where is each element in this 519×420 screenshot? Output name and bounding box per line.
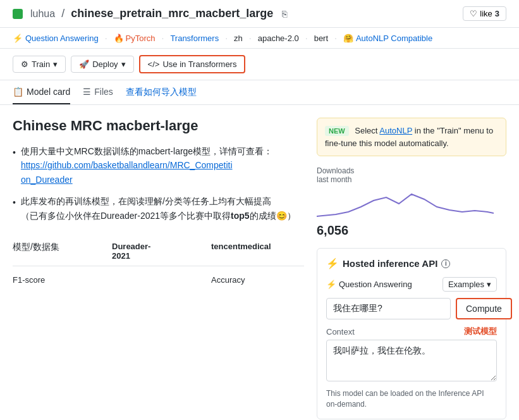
deploy-icon: 🚀 — [79, 59, 89, 69]
repo-separator: / — [61, 7, 64, 20]
bullet-text-2: 此库发布的再训练模型，在阅读理解/分类等任务上均有大幅提高 （已有多位小伙伴在D… — [21, 194, 296, 223]
inference-section: ⚡ Hosted inference API i ⚡ Question Answ… — [317, 248, 506, 419]
pytorch-label: PyTorch — [126, 34, 156, 43]
downloads-count: 6,056 — [317, 223, 506, 238]
deploy-button[interactable]: 🚀 Deploy ▾ — [71, 56, 133, 73]
test-model-label[interactable]: 测试模型 — [464, 326, 497, 337]
input-row: Compute — [326, 298, 497, 319]
heart-icon: ♡ — [470, 9, 477, 18]
nav-tabs: 📋 Model card ☰ Files 查看如何导入模型 — [0, 80, 519, 105]
context-row: Context 测试模型 — [326, 326, 497, 337]
examples-label: Examples — [448, 280, 484, 289]
table-cell-3: Accuracy — [211, 275, 304, 285]
tag-divider-1: · — [105, 33, 107, 43]
new-text-before: Select — [355, 126, 379, 135]
model-title: Chinese MRC macbert-large — [13, 118, 304, 134]
train-label: Train — [32, 59, 50, 69]
github-link[interactable]: https://github.com/basketballandlearn/MR… — [21, 160, 233, 184]
left-panel: Chinese MRC macbert-large • 使用大量中文MRC数据训… — [13, 118, 304, 419]
use-in-transformers-button[interactable]: </> Use in Transformers — [139, 55, 246, 73]
model-card-icon: 📋 — [13, 87, 23, 97]
like-count: 3 — [495, 9, 499, 18]
table-divider — [13, 266, 304, 266]
use-in-transformers-label: Use in Transformers — [162, 59, 236, 69]
task-icon-small: ⚡ — [326, 280, 336, 289]
question-input[interactable] — [326, 298, 451, 319]
inference-controls: ⚡ Question Answering Examples ▾ — [326, 277, 497, 292]
bullet-list: • 使用大量中文MRC数据训练的macbert-large模型，详情可查看： h… — [13, 144, 304, 223]
autonlp-link[interactable]: AutoNLP — [379, 126, 412, 135]
tag-bert: bert — [314, 34, 328, 43]
files-icon: ☰ — [83, 87, 91, 97]
examples-dropdown[interactable]: Examples ▾ — [443, 277, 497, 292]
task-name: Question Answering — [339, 280, 412, 289]
table-col2-header: Dureader-2021 — [112, 242, 205, 261]
tag-pytorch[interactable]: 🔥 PyTorch — [114, 34, 156, 43]
table-col3-header: tencentmedical — [211, 242, 304, 261]
tag-question-answering[interactable]: ⚡ Question Answering — [13, 34, 99, 43]
tags-bar: ⚡ Question Answering · 🔥 PyTorch · Trans… — [0, 28, 519, 49]
tag-transformers[interactable]: Transformers — [170, 34, 219, 43]
info-icon[interactable]: i — [441, 259, 450, 268]
tag-divider-6: · — [334, 33, 337, 43]
compute-button[interactable]: Compute — [456, 298, 512, 319]
context-textarea[interactable]: 我叫萨拉，我住在伦敦。 — [326, 340, 497, 381]
tag-zh: zh — [234, 34, 243, 43]
repo-owner: luhua — [30, 8, 55, 20]
task-label: ⚡ Question Answering — [326, 280, 412, 289]
tab-model-card[interactable]: 📋 Model card — [13, 80, 70, 104]
like-button[interactable]: ♡ like 3 — [463, 6, 506, 21]
new-badge: NEW — [325, 126, 349, 136]
org-avatar — [13, 9, 23, 19]
repo-name: chinese_pretrain_mrc_macbert_large — [71, 7, 273, 20]
copy-icon[interactable]: ⎘ — [282, 9, 287, 19]
bullet-dot-2: • — [13, 195, 16, 209]
table-row: F1-score Accuracy — [13, 271, 304, 288]
import-model-link[interactable]: 查看如何导入模型 — [126, 80, 197, 104]
bullet-dot-1: • — [13, 145, 16, 159]
inference-footer: This model can be loaded on the Inferenc… — [326, 388, 497, 410]
right-panel: NEW Select AutoNLP in the "Train" menu t… — [317, 118, 506, 419]
actions-bar: ⚙ Train ▾ 🚀 Deploy ▾ </> Use in Transfor… — [0, 49, 519, 80]
files-label: Files — [94, 87, 113, 97]
top-bar: luhua / chinese_pretrain_mrc_macbert_lar… — [0, 0, 519, 28]
tag-autonlp[interactable]: 🤗 AutoNLP Compatible — [343, 34, 432, 43]
tag-divider-2: · — [161, 33, 164, 43]
downloads-chart — [317, 188, 506, 219]
autonlp-icon: 🤗 — [343, 34, 353, 43]
tag-label: Question Answering — [25, 34, 99, 43]
table-cell-1: F1-score — [13, 275, 106, 285]
task-icon: ⚡ — [13, 34, 23, 43]
autonlp-notice: NEW Select AutoNLP in the "Train" menu t… — [317, 118, 506, 156]
table-section: 模型/数据集 Dureader-2021 tencentmedical F1-s… — [13, 242, 304, 288]
table-header: 模型/数据集 Dureader-2021 tencentmedical — [13, 242, 304, 261]
tag-divider-5: · — [305, 33, 308, 43]
chevron-down-icon: ▾ — [487, 280, 491, 289]
list-item: • 使用大量中文MRC数据训练的macbert-large模型，详情可查看： h… — [13, 144, 304, 187]
pytorch-icon: 🔥 — [114, 34, 124, 43]
deploy-chevron-icon: ▾ — [121, 59, 126, 69]
downloads-section: Downloadslast month 6,056 — [317, 166, 506, 238]
lightning-icon: ⚡ — [326, 257, 339, 269]
bullet-text-1: 使用大量中文MRC数据训练的macbert-large模型，详情可查看： htt… — [21, 144, 272, 187]
like-label: like — [480, 9, 492, 18]
main-content: Chinese MRC macbert-large • 使用大量中文MRC数据训… — [0, 105, 519, 420]
inference-header: ⚡ Hosted inference API i — [326, 257, 497, 269]
downloads-label: Downloadslast month — [317, 166, 506, 184]
inference-title: Hosted inference API — [343, 258, 437, 269]
top5-text: top5 — [231, 211, 250, 221]
autonlp-label: AutoNLP Compatible — [356, 34, 432, 43]
table-col1-header: 模型/数据集 — [13, 242, 106, 261]
context-label-text: Context — [326, 327, 355, 337]
tag-apache: apache-2.0 — [258, 34, 299, 43]
bullet-text-1-before: 使用大量中文MRC数据训练的macbert-large模型，详情可查看： — [21, 146, 272, 156]
deploy-label: Deploy — [92, 59, 118, 69]
tag-divider-4: · — [249, 33, 252, 43]
train-button[interactable]: ⚙ Train ▾ — [13, 56, 66, 73]
list-item-2: • 此库发布的再训练模型，在阅读理解/分类等任务上均有大幅提高 （已有多位小伙伴… — [13, 194, 304, 223]
tab-files[interactable]: ☰ Files — [83, 80, 113, 104]
model-card-label: Model card — [27, 87, 70, 97]
code-icon: </> — [148, 59, 160, 69]
train-icon: ⚙ — [21, 59, 28, 69]
table-cell-2 — [112, 275, 205, 285]
